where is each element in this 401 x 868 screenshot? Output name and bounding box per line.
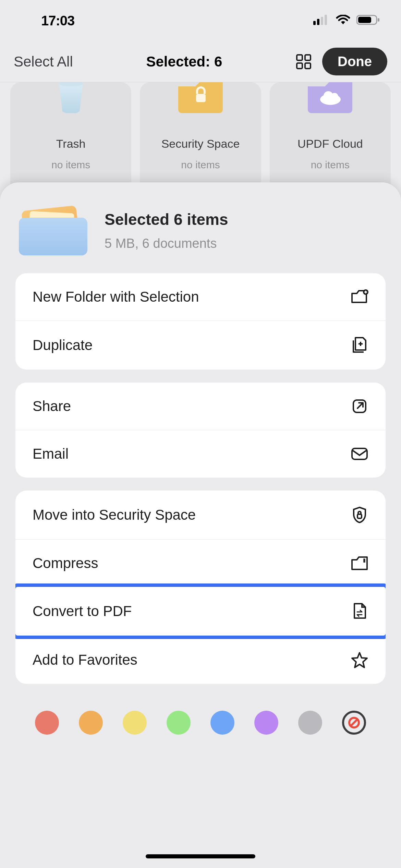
svg-rect-5 bbox=[358, 17, 371, 23]
action-label: New Folder with Selection bbox=[33, 289, 351, 305]
svg-rect-3 bbox=[325, 15, 327, 25]
status-icons bbox=[313, 14, 380, 27]
action-label: Add to Favorites bbox=[33, 652, 351, 668]
star-icon bbox=[351, 651, 368, 668]
action-compress[interactable]: Compress bbox=[15, 539, 386, 587]
selection-title: Selected: 6 bbox=[73, 53, 295, 70]
action-label: Compress bbox=[33, 555, 351, 571]
color-tag[interactable] bbox=[35, 711, 59, 735]
done-button[interactable]: Done bbox=[322, 48, 387, 75]
clear-tag-button[interactable] bbox=[342, 711, 366, 735]
action-label: Duplicate bbox=[33, 337, 351, 353]
status-bar: 17:03 bbox=[0, 0, 401, 41]
action-group-2: Share Email bbox=[15, 383, 386, 478]
battery-icon bbox=[356, 14, 380, 27]
color-tag[interactable] bbox=[210, 711, 234, 735]
select-all-button[interactable]: Select All bbox=[14, 53, 73, 70]
action-email[interactable]: Email bbox=[15, 430, 386, 478]
file-convert-icon bbox=[351, 602, 368, 620]
svg-rect-9 bbox=[297, 63, 302, 69]
svg-point-15 bbox=[331, 93, 338, 100]
color-tag[interactable] bbox=[298, 711, 322, 735]
folder-subtitle: no items bbox=[10, 159, 131, 171]
svg-rect-7 bbox=[297, 55, 302, 60]
cellular-icon bbox=[313, 15, 330, 26]
selection-toolbar: Select All Selected: 6 Done bbox=[0, 41, 401, 82]
sheet-header: Selected 6 items 5 MB, 6 documents bbox=[0, 198, 401, 273]
view-grid-button[interactable] bbox=[295, 53, 312, 70]
action-favorite[interactable]: Add to Favorites bbox=[15, 636, 386, 684]
duplicate-icon bbox=[351, 336, 368, 354]
folder-title: UPDF Cloud bbox=[270, 137, 391, 150]
action-sheet: Selected 6 items 5 MB, 6 documents New F… bbox=[0, 182, 401, 868]
svg-rect-8 bbox=[305, 55, 311, 60]
shield-lock-icon bbox=[351, 506, 368, 524]
action-share[interactable]: Share bbox=[15, 383, 386, 430]
svg-rect-18 bbox=[352, 448, 367, 459]
grid-icon bbox=[295, 53, 312, 70]
cloud-folder-icon bbox=[270, 82, 391, 113]
action-convert-pdf[interactable]: Convert to PDF bbox=[15, 583, 386, 639]
action-new-folder[interactable]: New Folder with Selection bbox=[15, 273, 386, 321]
action-duplicate[interactable]: Duplicate bbox=[15, 321, 386, 370]
color-tag[interactable] bbox=[123, 711, 147, 735]
svg-rect-2 bbox=[321, 17, 323, 25]
wifi-icon bbox=[336, 15, 350, 26]
color-tag[interactable] bbox=[254, 711, 278, 735]
color-tag[interactable] bbox=[79, 711, 103, 735]
action-label: Email bbox=[33, 446, 351, 462]
action-label: Convert to PDF bbox=[33, 603, 351, 619]
share-icon bbox=[351, 398, 368, 414]
svg-rect-6 bbox=[378, 18, 379, 22]
svg-line-21 bbox=[351, 719, 357, 726]
svg-rect-0 bbox=[313, 21, 316, 25]
action-group-1: New Folder with Selection Duplicate bbox=[15, 273, 386, 370]
folder-title: Trash bbox=[10, 137, 131, 150]
action-move-security[interactable]: Move into Security Space bbox=[15, 491, 386, 539]
svg-rect-19 bbox=[357, 514, 362, 518]
action-label: Move into Security Space bbox=[33, 507, 351, 523]
folder-title: Security Space bbox=[140, 137, 261, 150]
color-tag-row bbox=[0, 697, 401, 735]
color-tag[interactable] bbox=[167, 711, 191, 735]
envelope-icon bbox=[351, 447, 368, 461]
security-folder-icon bbox=[140, 82, 261, 113]
folder-plus-icon bbox=[351, 289, 368, 304]
folder-icon bbox=[19, 205, 87, 256]
svg-rect-1 bbox=[317, 19, 319, 25]
home-indicator[interactable] bbox=[146, 854, 255, 858]
svg-rect-10 bbox=[305, 63, 311, 69]
zip-icon bbox=[351, 556, 368, 571]
folder-subtitle: no items bbox=[140, 159, 261, 171]
svg-rect-12 bbox=[196, 94, 206, 102]
action-label: Share bbox=[33, 398, 351, 414]
folder-subtitle: no items bbox=[270, 159, 391, 171]
trash-icon bbox=[10, 82, 131, 113]
sheet-subtitle: 5 MB, 6 documents bbox=[105, 236, 228, 251]
action-group-3: Move into Security Space Compress Conver… bbox=[15, 491, 386, 684]
sheet-title: Selected 6 items bbox=[105, 210, 228, 229]
status-time: 17:03 bbox=[41, 13, 74, 28]
